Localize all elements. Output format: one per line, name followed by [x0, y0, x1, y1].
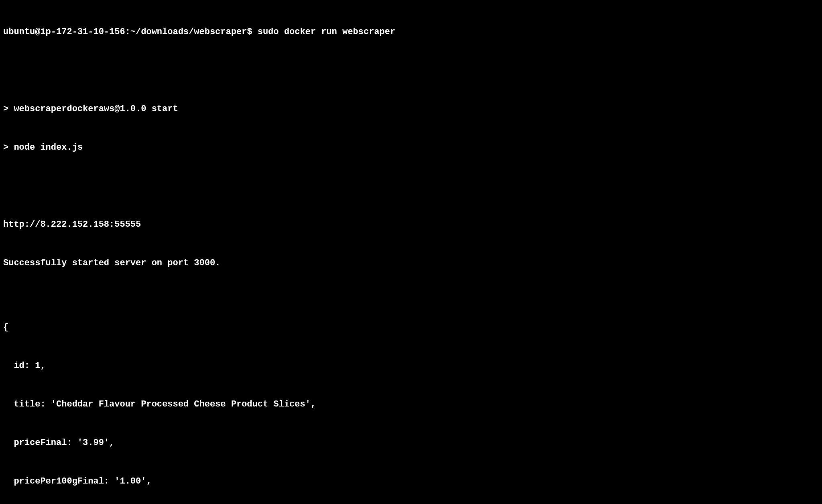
obj-title: title: 'Cheddar Flavour Processed Cheese… — [3, 398, 819, 411]
prompt-text: ubuntu@ip-172-31-10-156:~/downloads/webs… — [3, 27, 395, 37]
obj-priceFinal: priceFinal: '3.99', — [3, 437, 819, 449]
obj-id: id: 1, — [3, 360, 819, 372]
server-started-line: Successfully started server on port 3000… — [3, 257, 819, 270]
object-open: { — [3, 321, 819, 334]
npm-start-line: > webscraperdockeraws@1.0.0 start — [3, 103, 819, 116]
blank-line — [3, 180, 819, 193]
prompt-line: ubuntu@ip-172-31-10-156:~/downloads/webs… — [3, 26, 819, 39]
obj-pricePer100gFinal: pricePer100gFinal: '1.00', — [3, 475, 819, 488]
proxy-url-line: http://8.222.152.158:55555 — [3, 218, 819, 231]
blank-line — [3, 64, 819, 77]
npm-run-line: > node index.js — [3, 141, 819, 154]
terminal-window[interactable]: ubuntu@ip-172-31-10-156:~/downloads/webs… — [0, 0, 822, 504]
